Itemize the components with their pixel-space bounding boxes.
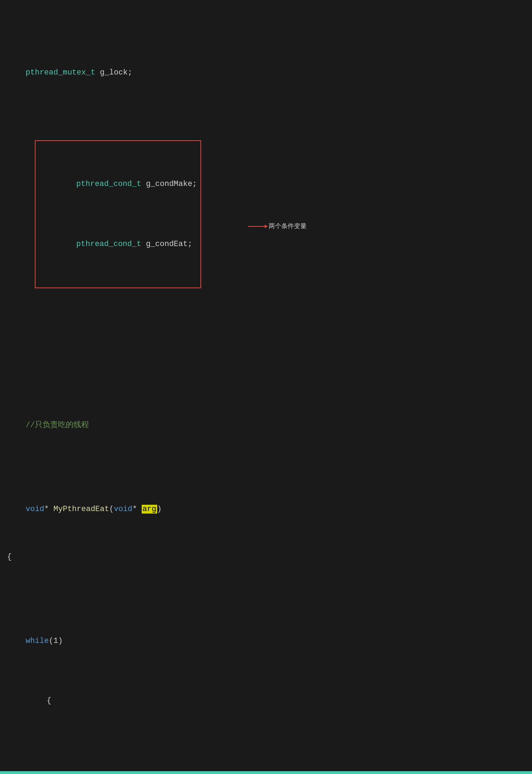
line-cmt-eat: //只负责吃的线程 <box>7 407 525 443</box>
arrow-two-cond <box>248 226 267 227</box>
type-pthread-mutex: pthread_mutex_t <box>26 68 95 77</box>
line-while1-eat: while(1) <box>7 611 525 659</box>
line-condmake-decl: pthread_cond_t g_condMake; <box>39 166 197 202</box>
line-fn-eat-decl: void* MyPthreadEat(void* arg) <box>7 491 525 527</box>
spacer1 <box>7 350 525 360</box>
bottom-status-bar <box>0 771 532 774</box>
annotation-two-cond-text: 两个条件变量 <box>269 221 307 231</box>
line-brace2-eat-open: { <box>7 683 525 719</box>
annotation-two-cond: 两个条件变量 <box>248 221 307 231</box>
code-editor: pthread_mutex_t g_lock; pthread_cond_t g… <box>7 7 525 774</box>
cond-declarations-box: pthread_cond_t g_condMake; pthread_cond_… <box>35 140 201 288</box>
arg-highlight-eat: arg <box>142 505 157 514</box>
cond-declarations-block: pthread_cond_t g_condMake; pthread_cond_… <box>16 127 201 326</box>
line-condeat-decl: pthread_cond_t g_condEat; <box>39 226 197 262</box>
line-brace-eat-open: { <box>7 551 525 563</box>
line-mutex-decl: pthread_mutex_t g_lock; <box>7 55 525 91</box>
